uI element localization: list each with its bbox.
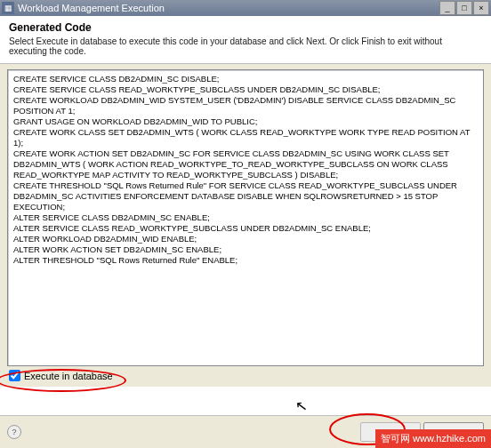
mouse-cursor-icon: ↖ xyxy=(294,396,309,415)
window-controls: _ □ × xyxy=(439,1,489,15)
code-line: CREATE WORK CLASS SET DB2ADMIN_WTS ( WOR… xyxy=(13,127,478,148)
help-icon[interactable]: ? xyxy=(7,425,21,439)
code-line: ALTER THRESHOLD "SQL Rows Returned Rule"… xyxy=(13,255,478,266)
generated-code-textarea[interactable]: CREATE SERVICE CLASS DB2ADMIN_SC DISABLE… xyxy=(7,69,484,366)
execute-in-database-checkbox[interactable] xyxy=(9,370,20,381)
window-titlebar: ▦ Workload Management Execution _ □ × xyxy=(0,0,491,16)
close-button[interactable]: × xyxy=(473,1,489,15)
code-line: CREATE SERVICE CLASS READ_WORKTYPE_SUBCL… xyxy=(13,84,478,95)
watermark-label: 智可网 www.hzhike.com xyxy=(375,429,491,448)
window-title: Workload Management Execution xyxy=(18,3,439,13)
code-line: CREATE SERVICE CLASS DB2ADMIN_SC DISABLE… xyxy=(13,74,478,84)
code-line: GRANT USAGE ON WORKLOAD DB2ADMIN_WID TO … xyxy=(13,116,478,127)
code-line: ALTER SERVICE CLASS READ_WORKTYPE_SUBCLA… xyxy=(13,223,478,234)
maximize-button[interactable]: □ xyxy=(456,1,472,15)
wizard-body: CREATE SERVICE CLASS DB2ADMIN_SC DISABLE… xyxy=(0,64,491,387)
code-line: CREATE THRESHOLD "SQL Rows Returned Rule… xyxy=(13,180,478,212)
code-line: CREATE WORK ACTION SET DB2ADMIN_SC FOR S… xyxy=(13,148,478,180)
wizard-header: Generated Code Select Execute in databas… xyxy=(0,16,491,64)
code-line: ALTER SERVICE CLASS DB2ADMIN_SC ENABLE; xyxy=(13,212,478,223)
page-subtext: Select Execute in database to execute th… xyxy=(9,36,482,56)
execute-in-database-label[interactable]: Execute in database xyxy=(24,371,113,381)
minimize-button[interactable]: _ xyxy=(439,1,455,15)
code-line: CREATE WORKLOAD DB2ADMIN_WID SYSTEM_USER… xyxy=(13,95,478,116)
page-title: Generated Code xyxy=(9,21,482,34)
code-line: ALTER WORKLOAD DB2ADMIN_WID ENABLE; xyxy=(13,234,478,244)
execute-row: Execute in database xyxy=(7,366,484,387)
app-icon: ▦ xyxy=(2,2,14,14)
code-line: ALTER WORK ACTION SET DB2ADMIN_SC ENABLE… xyxy=(13,244,478,255)
